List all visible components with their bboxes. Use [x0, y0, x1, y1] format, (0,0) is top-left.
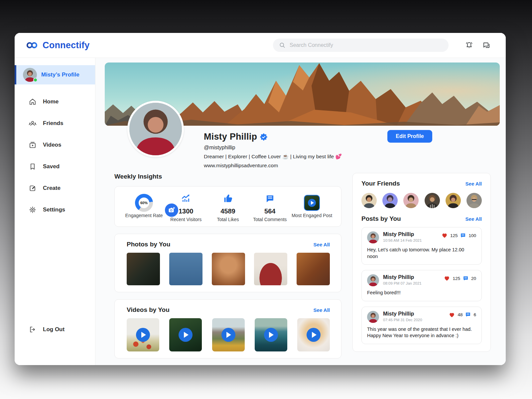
friends-icon [29, 119, 37, 127]
friend-avatar[interactable] [425, 193, 440, 208]
analytics-icon [180, 193, 192, 204]
sidebar-item-friends[interactable]: Friends [15, 115, 95, 132]
photo-thumbnail[interactable] [169, 253, 202, 285]
sidebar-item-settings[interactable]: Settings [15, 201, 95, 218]
notifications-bell-icon[interactable] [465, 41, 474, 50]
likes-count: 125 [453, 276, 460, 281]
friend-avatar[interactable] [361, 193, 377, 208]
friends-see-all-link[interactable]: See All [466, 181, 482, 187]
sidebar-nav: Home Friends [15, 93, 95, 223]
stat-most-engaged-post: Most Engaged Post [291, 195, 332, 218]
heart-icon[interactable] [444, 275, 450, 282]
comments-count: 100 [468, 233, 476, 238]
photo-thumbnail[interactable] [297, 253, 330, 285]
logout-label: Log Out [43, 326, 65, 333]
post-card[interactable]: Misty Phillip 08:09 PM 07 Jan 2021 125 2… [361, 270, 482, 301]
friend-avatar[interactable] [446, 193, 461, 208]
comment-icon [265, 194, 275, 203]
sidebar: Misty’s Profile Home [15, 58, 95, 365]
play-icon [264, 328, 278, 342]
camera-plus-icon [168, 206, 176, 214]
friend-avatar[interactable] [382, 193, 398, 208]
play-icon [221, 328, 235, 342]
sidebar-item-label: Saved [43, 163, 60, 170]
search-bar[interactable] [273, 39, 449, 52]
app-window: Connectify [15, 33, 506, 365]
sidebar-profile-avatar [23, 68, 37, 82]
top-bar: Connectify [15, 33, 506, 58]
play-icon [308, 199, 316, 207]
video-thumbnail[interactable] [212, 318, 245, 351]
comment-icon[interactable] [465, 312, 471, 318]
videos-by-you-card: Videos by You See All [114, 299, 341, 358]
messages-chat-icon[interactable] [482, 41, 491, 50]
comments-count: 20 [471, 276, 476, 281]
sidebar-item-label: Friends [43, 120, 63, 127]
topbar-icons [465, 41, 491, 50]
sidebar-item-videos[interactable]: Videos [15, 136, 95, 154]
play-icon [136, 328, 150, 342]
logout-button[interactable]: Log Out [15, 326, 95, 333]
post-author-avatar [367, 274, 379, 286]
post-author-name: Misty Phillip [383, 231, 422, 237]
sidebar-item-label: Videos [43, 142, 61, 148]
change-photo-camera-button[interactable] [164, 202, 179, 218]
search-input[interactable] [290, 42, 443, 48]
sidebar-item-create[interactable]: Create [15, 180, 95, 197]
post-author-avatar [367, 311, 379, 323]
sidebar-item-saved[interactable]: Saved [15, 158, 95, 175]
friend-avatar[interactable] [466, 193, 482, 208]
post-timestamp: 10:56 AM 14 Feb 2021 [383, 238, 422, 242]
profile-website[interactable]: www.mistyphillipsadventure.com [204, 163, 500, 169]
sidebar-item-label: Home [43, 98, 59, 105]
your-friends-title: Your Friends [361, 180, 400, 187]
most-engaged-post-thumbnail[interactable] [304, 195, 320, 211]
post-card[interactable]: Misty Phillip 10:56 AM 14 Feb 2021 125 1… [361, 227, 482, 265]
posts-by-you-title: Posts by You [361, 215, 401, 222]
video-thumbnail[interactable] [127, 318, 159, 351]
profile-header: Misty Phillip Edit Profile @mistyphilli [204, 126, 500, 168]
video-thumbnail[interactable] [255, 318, 287, 351]
weekly-insights-card: 60% Engagement Rate [114, 186, 341, 227]
friend-avatar[interactable] [403, 193, 419, 208]
videos-see-all-link[interactable]: See All [314, 307, 330, 313]
brand-logo[interactable]: Connectify [25, 40, 90, 51]
sidebar-item-label: Settings [43, 206, 65, 213]
thumb-up-icon [223, 193, 233, 204]
comment-icon[interactable] [463, 275, 469, 282]
heart-icon[interactable] [449, 312, 455, 318]
photos-by-you-card: Photos by You See All [114, 234, 341, 292]
video-thumbnail[interactable] [297, 318, 330, 351]
sidebar-item-home[interactable]: Home [15, 93, 95, 110]
photo-thumbnail[interactable] [254, 253, 287, 285]
photo-thumbnail[interactable] [127, 253, 160, 285]
play-icon [307, 328, 321, 342]
verified-badge-icon [260, 133, 268, 141]
post-text: Hey, Let’s catch up tomorrow. My place 1… [367, 247, 476, 260]
photo-thumbnail[interactable] [212, 253, 245, 285]
logout-icon [29, 326, 37, 333]
home-icon [29, 98, 37, 106]
sidebar-item-profile[interactable]: Misty’s Profile [15, 65, 95, 84]
play-icon [179, 328, 193, 342]
edit-profile-button[interactable]: Edit Profile [387, 130, 432, 143]
friends-avatar-row [361, 193, 482, 208]
create-icon [29, 184, 37, 192]
posts-see-all-link[interactable]: See All [466, 216, 482, 222]
post-author-avatar [367, 231, 379, 243]
sidebar-item-label: Create [43, 185, 61, 192]
profile-avatar[interactable] [127, 101, 184, 157]
photos-title: Photos by You [127, 241, 170, 248]
likes-count: 125 [450, 233, 458, 238]
stat-engagement-rate: 60% Engagement Rate [123, 195, 165, 218]
post-card[interactable]: Misty Phillip 07:45 PM 31 Dec 2020 48 6 [361, 307, 482, 344]
photos-see-all-link[interactable]: See All [314, 242, 330, 247]
video-thumbnail[interactable] [169, 318, 202, 351]
videos-icon [29, 141, 37, 149]
post-timestamp: 08:09 PM 07 Jan 2021 [383, 281, 422, 285]
heart-icon[interactable] [441, 232, 448, 239]
comments-count: 6 [473, 312, 476, 317]
post-text: This year was one of the greatest that I… [367, 326, 476, 339]
friends-and-posts-card: Your Friends See All [352, 173, 491, 352]
comment-icon[interactable] [460, 232, 466, 239]
